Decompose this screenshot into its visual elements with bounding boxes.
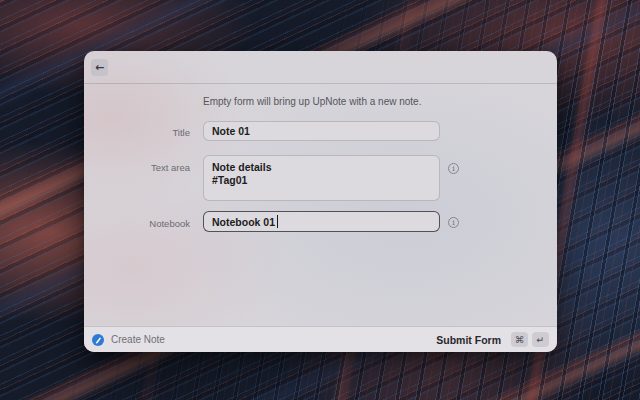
return-key-icon: ↵ (532, 332, 549, 347)
notebook-input-wrap (203, 211, 440, 232)
form-description: Empty form will bring up UpNote with a n… (203, 96, 557, 107)
textarea-input-wrap: Note details #Tag01 (203, 155, 440, 201)
textarea-field-row: Text area Note details #Tag01 i (84, 155, 557, 201)
back-button[interactable]: ← (91, 59, 108, 76)
back-arrow-icon: ← (95, 62, 104, 73)
title-label: Title (84, 121, 190, 138)
form-body: Empty form will bring up UpNote with a n… (84, 84, 557, 326)
title-field-row: Title (84, 121, 557, 141)
submit-form-label: Submit Form (436, 334, 501, 346)
title-input-wrap (203, 121, 440, 141)
shortcut-form-window: ← Empty form will bring up UpNote with a… (84, 51, 557, 352)
shortcut-name-label: Create Note (111, 334, 165, 345)
textarea-label: Text area (84, 155, 190, 173)
command-key-icon: ⌘ (511, 332, 528, 347)
window-header: ← (84, 51, 557, 84)
notebook-label: Notebook (84, 211, 190, 229)
window-footer: Create Note Submit Form ⌘ ↵ (84, 326, 557, 352)
note-details-textarea[interactable]: Note details #Tag01 (203, 155, 440, 201)
info-icon[interactable]: i (448, 217, 459, 228)
upnote-app-icon (92, 334, 104, 346)
shortcut-identity: Create Note (92, 334, 165, 346)
notebook-input[interactable] (203, 211, 440, 232)
submit-form-button[interactable]: Submit Form ⌘ ↵ (436, 332, 549, 347)
notebook-field-row: Notebook i (84, 211, 557, 232)
text-caret (277, 215, 278, 228)
title-input[interactable] (203, 121, 440, 141)
info-icon[interactable]: i (448, 163, 459, 174)
